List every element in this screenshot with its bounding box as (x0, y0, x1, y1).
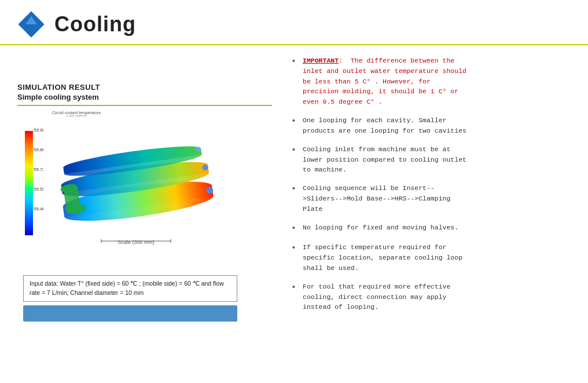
bullet-item-4: • Cooling sequence will be Insert-- >Sli… (292, 183, 571, 214)
bullet-item-5: • No looping for fixed and moving halves… (292, 222, 571, 235)
bullet-dot-5: • (292, 222, 300, 235)
bullet-text-4: Cooling sequence will be Insert-- >Slide… (303, 183, 450, 214)
simulation-image: Circuit coolant temperature = 59 (MEC) 5… (23, 111, 237, 273)
main-content: SIMULATION RESULT Simple cooling system … (0, 45, 588, 381)
bullet-text-2: One looping for each cavity. Smaller pro… (303, 115, 466, 136)
bullet-dot-4: • (292, 183, 300, 195)
important-keyword: IMPORTANT (303, 57, 339, 64)
page-header: Cooling (0, 0, 588, 45)
bullet-item-important: • IMPORTANT: The difference between the … (292, 56, 571, 107)
bullet-text-6: If specific temperature required for spe… (303, 242, 462, 273)
bullet-text-1: IMPORTANT: The difference between the in… (303, 56, 466, 107)
bullet-text-3: Cooling inlet from machine must be at lo… (303, 144, 466, 175)
bullet-dot-7: • (292, 281, 300, 294)
mold-svg: Scale (300 mm) (43, 116, 229, 256)
bullet-dot-2: • (292, 115, 300, 127)
svg-text:Scale (300 mm): Scale (300 mm) (117, 239, 155, 245)
bullet-text-5: No looping for fixed and moving halves. (303, 222, 458, 233)
bullet-text-7: For tool that required more effective co… (303, 282, 450, 312)
blue-bar (23, 305, 237, 322)
bullet-list: • IMPORTANT: The difference between the … (292, 56, 571, 312)
temp-scale: 59.98 59.86 59.72 59.59 59.46 (23, 122, 35, 250)
bullet-item-7: • For tool that required more effective … (292, 282, 571, 312)
svg-rect-14 (64, 187, 81, 211)
left-panel: SIMULATION RESULT Simple cooling system … (17, 51, 284, 375)
bullet-item-2: • One looping for each cavity. Smaller p… (292, 115, 571, 136)
bullet-dot-1: • (292, 55, 300, 68)
logo-icon (17, 10, 45, 38)
bullet-dot-3: • (292, 144, 300, 156)
simulation-label: SIMULATION RESULT (17, 83, 272, 92)
bullet-item-6: • If specific temperature required for s… (292, 242, 571, 273)
bullet-dot-6: • (292, 242, 300, 254)
right-panel: • IMPORTANT: The difference between the … (284, 51, 571, 375)
bullet-item-3: • Cooling inlet from machine must be at … (292, 144, 571, 175)
divider (17, 105, 272, 106)
input-data-box: Input data: Water T° (fixed side) = 60 ℃… (23, 275, 237, 302)
subsystem-label: Simple cooling system (17, 93, 272, 101)
page-title: Cooling (54, 12, 136, 37)
